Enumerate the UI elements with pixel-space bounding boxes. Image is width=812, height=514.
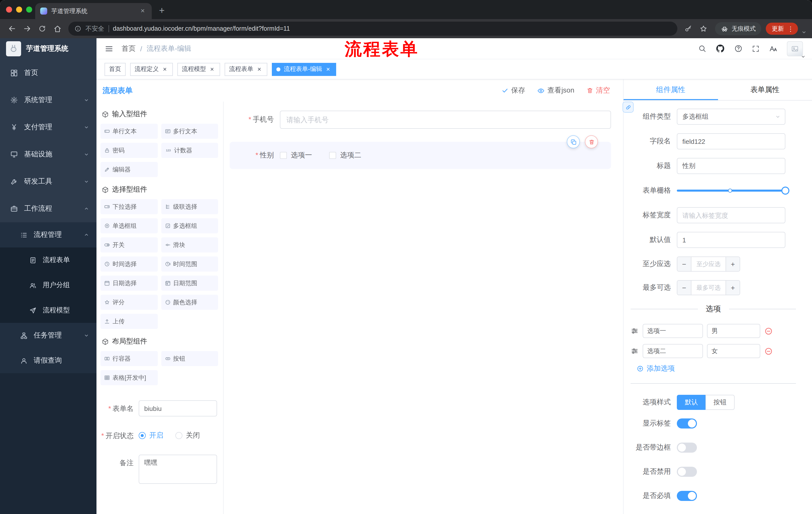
tag-close-icon[interactable]: × bbox=[161, 65, 168, 73]
bookmark-button[interactable] bbox=[696, 22, 710, 36]
window-minimize-button[interactable] bbox=[16, 6, 22, 12]
grid-slider[interactable] bbox=[677, 190, 785, 192]
palette-item-button[interactable]: 按钮 bbox=[161, 351, 218, 366]
field-name-input[interactable] bbox=[677, 133, 785, 150]
drag-handle-icon[interactable] bbox=[631, 347, 639, 355]
browser-tab[interactable]: 芋道管理系统 × bbox=[35, 3, 152, 19]
form-name-input[interactable] bbox=[139, 400, 217, 416]
tag-home[interactable]: 首页 bbox=[105, 63, 126, 76]
palette-item-row-container[interactable]: 行容器 bbox=[100, 351, 157, 366]
password-key-button[interactable] bbox=[682, 22, 695, 36]
palette-item-cascader[interactable]: 级联选择 bbox=[161, 199, 218, 214]
palette-item-editor[interactable]: 编辑器 bbox=[100, 162, 157, 177]
user-avatar-wrap[interactable] bbox=[787, 39, 804, 58]
palette-item-switch[interactable]: 开关 bbox=[100, 237, 157, 252]
sidebar-item-system[interactable]: 系统管理 bbox=[0, 86, 96, 114]
gender-option-1[interactable]: 选项一 bbox=[280, 151, 312, 160]
style-button-button[interactable]: 按钮 bbox=[705, 395, 735, 410]
sidebar-item-home[interactable]: 首页 bbox=[0, 59, 96, 86]
label-width-input[interactable] bbox=[677, 207, 785, 223]
required-switch[interactable] bbox=[677, 491, 697, 501]
max-select-input[interactable] bbox=[691, 281, 726, 295]
palette-item-password[interactable]: 密码 bbox=[100, 143, 157, 158]
palette-item-table[interactable]: 表格[开发中] bbox=[100, 370, 157, 385]
palette-item-multi-line-text[interactable]: 多行文本 bbox=[161, 124, 218, 139]
selected-gender-field[interactable]: *性别 选项一 选项二 bbox=[230, 142, 611, 169]
reload-button[interactable] bbox=[35, 22, 49, 36]
palette-item-time-range[interactable]: 时间范围 bbox=[161, 256, 218, 272]
sidebar-item-devtools[interactable]: 研发工具 bbox=[0, 168, 96, 195]
tab-form-props[interactable]: 表单属性 bbox=[718, 79, 812, 100]
hamburger-icon[interactable] bbox=[105, 44, 114, 53]
save-button[interactable]: 保存 bbox=[502, 86, 525, 95]
min-select-input[interactable] bbox=[691, 257, 726, 271]
tag-close-icon[interactable]: × bbox=[325, 65, 331, 73]
tab-close-icon[interactable]: × bbox=[139, 7, 147, 15]
style-default-button[interactable]: 默认 bbox=[677, 395, 706, 410]
tag-process-model[interactable]: 流程模型 × bbox=[177, 63, 220, 76]
checkbox[interactable] bbox=[280, 152, 287, 159]
component-type-select[interactable]: 多选框组 bbox=[677, 109, 785, 125]
palette-item-dropdown[interactable]: 下拉选择 bbox=[100, 199, 157, 214]
sidebar-item-leave-query[interactable]: 请假查询 bbox=[0, 348, 96, 373]
phone-field-row[interactable]: *手机号 bbox=[230, 111, 611, 129]
sidebar-item-user-group[interactable]: 用户分组 bbox=[0, 273, 96, 298]
option-value-input[interactable] bbox=[707, 344, 760, 358]
breadcrumb-home[interactable]: 首页 bbox=[122, 44, 136, 53]
window-close-button[interactable] bbox=[6, 6, 12, 12]
tag-close-icon[interactable]: × bbox=[208, 65, 215, 73]
palette-item-time-picker[interactable]: 时间选择 bbox=[100, 256, 157, 272]
palette-item-date-range[interactable]: 日期范围 bbox=[161, 276, 218, 291]
phone-input[interactable] bbox=[280, 111, 611, 129]
show-label-switch[interactable] bbox=[677, 418, 697, 429]
remove-option-button[interactable] bbox=[764, 327, 773, 335]
delete-field-button[interactable] bbox=[585, 135, 598, 148]
tag-close-icon[interactable]: × bbox=[256, 65, 263, 73]
toolbar-overflow-chevron-icon[interactable] bbox=[801, 29, 807, 35]
increase-button[interactable]: + bbox=[726, 257, 740, 271]
copy-field-button[interactable] bbox=[567, 135, 580, 148]
increase-button[interactable]: + bbox=[726, 281, 740, 295]
palette-item-checkbox-group[interactable]: 多选框组 bbox=[161, 218, 218, 233]
github-icon[interactable] bbox=[716, 44, 725, 53]
back-button[interactable] bbox=[5, 22, 19, 36]
doc-link-button[interactable] bbox=[622, 102, 634, 113]
palette-item-slider[interactable]: 滑块 bbox=[161, 237, 218, 252]
home-button[interactable] bbox=[50, 22, 64, 36]
search-icon[interactable] bbox=[698, 44, 706, 53]
view-json-button[interactable]: 查看json bbox=[538, 86, 574, 95]
border-switch[interactable] bbox=[677, 442, 697, 453]
browser-update-button[interactable]: 更新 ⋮ bbox=[766, 23, 798, 35]
option-label-input[interactable] bbox=[643, 324, 703, 338]
sidebar-item-task-management[interactable]: 任务管理 bbox=[0, 323, 96, 348]
font-size-icon[interactable] bbox=[769, 44, 778, 53]
palette-item-single-line-text[interactable]: 单行文本 bbox=[100, 124, 157, 139]
add-option-button[interactable]: 添加选项 bbox=[637, 364, 803, 373]
default-value-input[interactable] bbox=[677, 232, 785, 248]
drag-handle-icon[interactable] bbox=[631, 327, 639, 335]
help-icon[interactable] bbox=[734, 44, 743, 53]
gender-option-2[interactable]: 选项二 bbox=[329, 151, 361, 160]
app-logo-row[interactable]: 芋道管理系统 bbox=[0, 38, 96, 59]
sidebar-item-workflow[interactable]: 工作流程 bbox=[0, 195, 96, 222]
sidebar-item-infrastructure[interactable]: 基础设施 bbox=[0, 141, 96, 168]
palette-item-rate[interactable]: 评分 bbox=[100, 295, 157, 310]
clear-button[interactable]: 清空 bbox=[586, 86, 610, 95]
slider-handle[interactable] bbox=[781, 187, 789, 195]
decrease-button[interactable]: − bbox=[677, 281, 691, 295]
sidebar-item-process-form[interactable]: 流程表单 bbox=[0, 247, 96, 273]
address-bar[interactable]: 不安全 dashboard.yudao.iocoder.cn/bpm/manag… bbox=[68, 22, 677, 36]
title-input[interactable] bbox=[677, 158, 785, 174]
new-tab-button[interactable]: + bbox=[155, 3, 169, 18]
option-label-input[interactable] bbox=[643, 344, 703, 358]
tag-process-form-edit[interactable]: 流程表单-编辑 × bbox=[272, 63, 336, 76]
tab-component-props[interactable]: 组件属性 bbox=[624, 79, 718, 100]
palette-item-radio-group[interactable]: 单选框组 bbox=[100, 218, 157, 233]
sidebar-item-payment[interactable]: 支付管理 bbox=[0, 114, 96, 141]
tag-process-form[interactable]: 流程表单 × bbox=[225, 63, 267, 76]
window-zoom-button[interactable] bbox=[26, 6, 32, 12]
palette-item-upload[interactable]: 上传 bbox=[100, 314, 157, 329]
palette-item-counter[interactable]: 计数器 bbox=[161, 143, 218, 158]
checkbox[interactable] bbox=[329, 152, 336, 159]
remark-textarea[interactable]: 嘿嘿 bbox=[139, 455, 217, 484]
